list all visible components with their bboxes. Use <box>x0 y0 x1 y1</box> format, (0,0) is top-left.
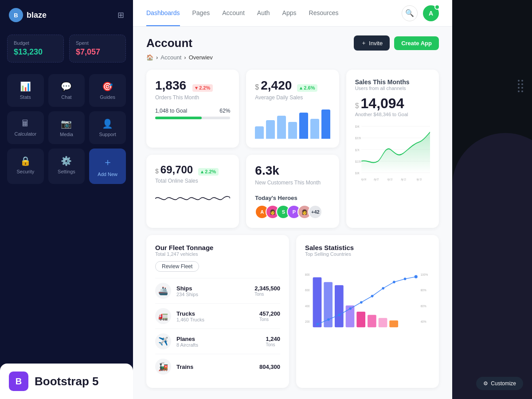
sidebar-item-support[interactable]: 👤 Support <box>89 111 126 144</box>
svg-text:Apr 13: Apr 13 <box>401 178 406 181</box>
bar-1 <box>255 126 264 139</box>
sidebar-item-media[interactable]: 📷 Media <box>48 111 85 144</box>
sales-month-card: Sales This Months Users from all channel… <box>346 70 439 228</box>
bar-3 <box>277 116 286 139</box>
media-label: Media <box>60 132 73 137</box>
budget-cards: Budget $13,230 Spent $7,057 <box>0 30 133 70</box>
support-label: Support <box>99 132 116 137</box>
sidebar-item-chat[interactable]: 💬 Chat <box>48 74 85 107</box>
fleet-row-trains: 🚂 Trains 804,300 <box>155 354 280 379</box>
sidebar-item-security[interactable]: 🔒 Security <box>7 149 44 184</box>
breadcrumb-home[interactable]: 🏠 <box>146 54 153 61</box>
svg-point-27 <box>360 301 363 304</box>
tab-auth[interactable]: Auth <box>257 0 270 26</box>
header-actions: ＋ Invite Create App <box>354 35 439 51</box>
tab-dashboards[interactable]: Dashboards <box>146 0 180 26</box>
sidebar-item-settings[interactable]: ⚙️ Settings <box>48 149 85 184</box>
online-sales-dollar: $ <box>155 168 159 175</box>
media-icon: 📷 <box>61 118 72 129</box>
guides-icon: 🎯 <box>102 81 113 92</box>
bar-country-8 <box>389 321 398 328</box>
planes-value: 1,240 <box>266 336 280 342</box>
avatar-status-badge <box>434 4 440 10</box>
daily-sales-value: 2,420 <box>261 78 292 93</box>
trucks-unit: Tons <box>259 317 280 322</box>
ships-info: Ships 234 Ships <box>176 285 249 297</box>
svg-text:800: 800 <box>305 273 310 276</box>
sidebar-item-guides[interactable]: 🎯 Guides <box>89 74 126 107</box>
right-dots <box>518 80 523 92</box>
ships-name: Ships <box>176 285 249 292</box>
bar-country-5 <box>356 312 365 327</box>
stats-chart-svg: 800 600 400 200 100% 80% 60% 40% <box>305 261 430 350</box>
orders-badge: ▾ 2.2% <box>192 84 213 92</box>
daily-sales-chart <box>255 108 330 139</box>
svg-text:Apr 16: Apr 16 <box>416 178 421 181</box>
main-content: Dashboards Pages Account Auth Apps Resou… <box>133 0 452 399</box>
trains-info: Trains <box>176 364 254 370</box>
trucks-icon: 🚛 <box>155 308 171 324</box>
tab-pages[interactable]: Pages <box>192 0 210 26</box>
bottom-grid: Our Fleet Tonnage Total 1,247 vehicles R… <box>146 235 439 388</box>
stats-label: Stats <box>20 94 31 100</box>
svg-text:200: 200 <box>305 320 310 323</box>
sidebar-menu-icon[interactable]: ⊞ <box>117 10 124 20</box>
svg-point-23 <box>316 323 319 325</box>
svg-text:40%: 40% <box>421 320 426 323</box>
svg-text:60%: 60% <box>421 305 426 308</box>
fleet-card: Our Fleet Tonnage Total 1,247 vehicles R… <box>146 235 289 388</box>
svg-text:Apr 04: Apr 04 <box>361 178 366 181</box>
trucks-value: 457,200 <box>259 310 280 317</box>
sidebar-item-calculator[interactable]: 🖩 Calculator <box>7 111 44 144</box>
planes-unit: Tons <box>266 342 280 347</box>
review-fleet-button[interactable]: Review Fleet <box>155 261 199 272</box>
budget-card: Budget $13,230 <box>7 35 64 63</box>
orders-goal-text: 1,048 to Goal <box>155 108 187 114</box>
budget-value: $13,230 <box>14 47 57 57</box>
sidebar-item-add-new[interactable]: ＋ Add New <box>89 149 126 184</box>
trucks-name: Trucks <box>176 310 254 317</box>
sidebar-item-stats[interactable]: 📊 Stats <box>7 74 44 107</box>
tab-apps[interactable]: Apps <box>282 0 297 26</box>
hero-avatars: A 👩 S P 👩 +42 <box>255 205 330 219</box>
trucks-info: Trucks 1,460 Trucks <box>176 310 254 322</box>
svg-point-25 <box>338 313 341 316</box>
trains-value: 804,300 <box>259 364 280 370</box>
user-avatar[interactable]: A <box>423 5 439 21</box>
tab-account[interactable]: Account <box>222 0 245 26</box>
sales-stats-card: Sales Statistics Top Selling Countries 8… <box>296 235 439 388</box>
nav-tabs: Dashboards Pages Account Auth Apps Resou… <box>146 0 338 26</box>
svg-text:80%: 80% <box>421 289 426 292</box>
sales-month-chart: $24K $20.5K $17K $13.5K $10K <box>355 122 430 184</box>
invite-plus-icon: ＋ <box>361 39 367 47</box>
bootstrap-badge: B Bootstrap 5 <box>0 364 133 399</box>
online-sales-card: $ 69,700 ▴ 2.2% Total Online Sales <box>146 155 239 228</box>
budget-label: Budget <box>14 40 57 46</box>
bar-country-7 <box>379 318 387 327</box>
sidebar: B blaze ⊞ Budget $13,230 Spent $7,057 📊 … <box>0 0 133 399</box>
svg-text:400: 400 <box>305 305 310 308</box>
svg-point-28 <box>371 295 374 297</box>
breadcrumb-account[interactable]: Account <box>160 54 181 61</box>
svg-point-26 <box>349 307 352 310</box>
customers-heroes-card: 6.3k New Customers This Month Today's He… <box>246 155 339 228</box>
spent-value: $7,057 <box>76 47 119 57</box>
settings-icon: ⚙️ <box>61 156 72 166</box>
sidebar-header: B blaze ⊞ <box>0 0 133 30</box>
sales-month-sub: Users from all channels <box>355 86 430 91</box>
planes-name: Planes <box>176 336 260 342</box>
logo-icon: B <box>9 8 23 22</box>
settings-label: Settings <box>58 169 75 174</box>
breadcrumb-sep2: › <box>184 54 186 61</box>
breadcrumb-current: Overwiev <box>189 54 213 61</box>
customers-value: 6.3k <box>255 164 279 178</box>
top-nav-right: 🔍 A <box>402 5 439 21</box>
search-button[interactable]: 🔍 <box>402 5 418 21</box>
fleet-row-ships: 🚢 Ships 234 Ships 2,345,500 Tons <box>155 278 280 303</box>
security-label: Security <box>16 169 34 174</box>
invite-button[interactable]: ＋ Invite <box>354 35 390 51</box>
daily-sales-card: $ 2,420 ▴ 2.6% Average Daily Sales <box>246 70 339 148</box>
customize-button[interactable]: ⚙ Customize <box>476 377 523 390</box>
tab-resources[interactable]: Resources <box>309 0 339 26</box>
create-app-button[interactable]: Create App <box>394 36 439 50</box>
